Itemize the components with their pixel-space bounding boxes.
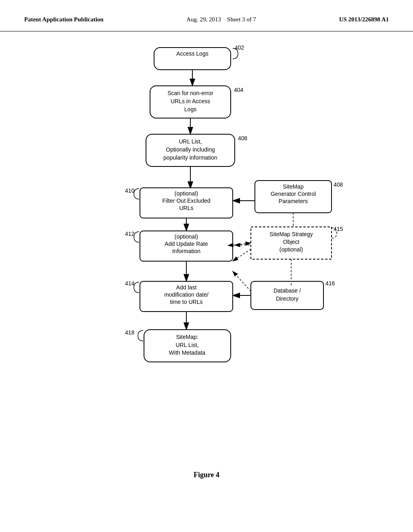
node-412-bracket — [134, 232, 139, 242]
node-410-text1: (optional) — [175, 190, 198, 197]
node-415-text1: SiteMap Strategy — [269, 231, 313, 237]
node-404-text3: Logs — [184, 106, 196, 112]
header-left: Patent Application Publication — [24, 16, 104, 23]
header-date: Aug. 29, 2013 — [186, 16, 221, 23]
node-418-label: 418 — [125, 329, 135, 336]
node-408-label: 408 — [334, 181, 343, 188]
node-404-label: 404 — [234, 87, 244, 93]
node-414-label: 414 — [125, 280, 135, 287]
node-406-text1: URL List, — [179, 138, 202, 145]
page: Patent Application Publication Aug. 29, … — [0, 0, 413, 532]
page-header: Patent Application Publication Aug. 29, … — [0, 0, 413, 31]
node-412-text1: (optional) — [175, 233, 198, 240]
node-418-text1: SiteMap: — [176, 334, 198, 340]
header-center: Aug. 29, 2013 Sheet 3 of 7 — [186, 16, 256, 23]
node-410-label: 410 — [125, 187, 135, 194]
node-415-text2: Object — [283, 239, 300, 245]
flowchart: Access Logs 402 Scan for non-error URLs … — [65, 44, 348, 467]
node-412-text2: Add Update Rate — [165, 241, 208, 247]
node-404-text2: URLs in Access — [171, 98, 210, 104]
node-408-text1: SiteMap — [283, 183, 304, 190]
node-410-text3: URLs — [179, 205, 193, 211]
node-414-text2: modification date/ — [164, 291, 209, 298]
node-412-label: 412 — [125, 231, 135, 237]
node-408-text3: Parameters — [279, 198, 308, 204]
node-410-bracket — [134, 189, 139, 199]
node-418-text3: With Metadata — [169, 349, 205, 356]
header-sheet: Sheet 3 of 7 — [227, 16, 256, 23]
node-410-text2: Filter Out Excluded — [162, 197, 210, 204]
node-414-bracket — [134, 282, 139, 293]
node-418-text2: URL List, — [175, 342, 198, 348]
node-402-label: 402 — [235, 44, 244, 51]
arrow-416-412-diag — [233, 271, 251, 291]
node-408-text2: Generator Control — [271, 191, 316, 197]
diagram-area: Access Logs 402 Scan for non-error URLs … — [0, 31, 413, 487]
node-414-text3: time to URLs — [170, 299, 203, 305]
node-416-text2: Directory — [276, 295, 298, 302]
header-right: US 2013/226898 A1 — [339, 16, 389, 23]
arrow-415-412-diag — [233, 249, 251, 261]
node-416-label: 416 — [325, 280, 335, 287]
node-416-text1: Database / — [273, 287, 301, 294]
node-412-text3: Information — [172, 248, 200, 254]
node-406-text2: Optionally including — [166, 146, 215, 153]
node-406-text3: popularity information — [163, 154, 217, 161]
node-418-bracket — [138, 330, 143, 341]
node-414-text1: Add last — [176, 284, 197, 291]
node-415-text3: (optional) — [280, 246, 303, 253]
node-402-text1: Access Logs — [176, 50, 208, 57]
node-406-label: 406 — [238, 135, 248, 141]
node-404-text1: Scan for non-error — [167, 90, 213, 96]
figure-caption: Figure 4 — [194, 471, 219, 479]
